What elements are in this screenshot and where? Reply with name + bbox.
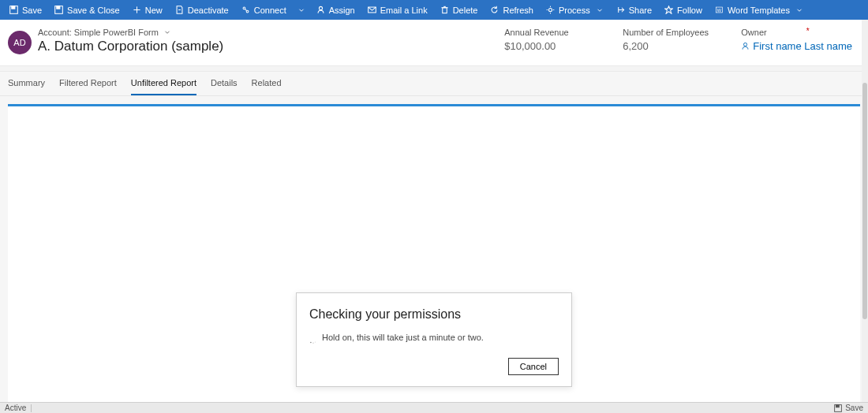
form-tabs: Summary Filtered Report Unfiltered Repor… xyxy=(0,72,868,96)
process-button[interactable]: Process xyxy=(540,0,610,20)
svg-rect-29 xyxy=(836,404,840,407)
svg-point-10 xyxy=(319,6,322,9)
connect-split-button[interactable] xyxy=(293,0,310,20)
avatar: AD xyxy=(8,31,32,54)
cancel-button[interactable]: Cancel xyxy=(508,358,559,375)
svg-point-25 xyxy=(310,342,312,344)
save-button[interactable]: Save xyxy=(3,0,48,20)
new-button[interactable]: New xyxy=(126,0,169,20)
svg-text:W: W xyxy=(717,8,722,13)
tab-related[interactable]: Related xyxy=(252,78,282,95)
form-selector[interactable]: Account: Simple PowerBI Form xyxy=(38,28,223,37)
svg-line-9 xyxy=(245,9,246,10)
header-field-annual-revenue: Annual Revenue $10,000.00 xyxy=(496,28,615,54)
refresh-label: Refresh xyxy=(503,6,533,15)
svg-point-8 xyxy=(246,10,249,13)
form-body: Checking your permissions Hold on, this … xyxy=(0,96,868,403)
status-bar: Active Save xyxy=(0,402,868,413)
svg-point-7 xyxy=(243,7,245,9)
vertical-scrollbar[interactable] xyxy=(862,20,868,402)
svg-rect-12 xyxy=(442,8,447,13)
status-divider xyxy=(31,404,32,412)
delete-button[interactable]: Delete xyxy=(434,0,485,20)
num-employees-label: Number of Employees xyxy=(623,28,725,37)
share-label: Share xyxy=(629,6,652,15)
owner-link[interactable]: First name Last name xyxy=(741,40,852,52)
word-templates-button[interactable]: W Word Templates xyxy=(709,0,810,20)
annual-revenue-label: Annual Revenue xyxy=(504,28,607,37)
share-button[interactable]: Share xyxy=(610,0,658,20)
num-employees-value: 6,200 xyxy=(623,40,725,52)
footer-save-label: Save xyxy=(845,404,863,412)
new-label: New xyxy=(145,6,163,15)
svg-rect-3 xyxy=(57,6,60,9)
save-icon xyxy=(834,404,842,412)
person-icon xyxy=(741,42,750,50)
form-selector-label: Account: Simple PowerBI Form xyxy=(38,28,159,37)
annual-revenue-value: $10,000.00 xyxy=(504,40,607,52)
connect-button[interactable]: Connect xyxy=(235,0,293,20)
record-header: AD Account: Simple PowerBI Form A. Datum… xyxy=(0,20,868,65)
follow-button[interactable]: Follow xyxy=(658,0,709,20)
deactivate-button[interactable]: Deactivate xyxy=(169,0,235,20)
tab-summary[interactable]: Summary xyxy=(8,78,45,95)
email-link-label: Email a Link xyxy=(380,6,428,15)
svg-point-27 xyxy=(315,341,316,342)
save-and-close-button[interactable]: Save & Close xyxy=(48,0,126,20)
owner-label: Owner xyxy=(741,28,852,37)
report-stage: Checking your permissions Hold on, this … xyxy=(8,104,860,403)
connect-label: Connect xyxy=(254,6,286,15)
command-ribbon: Save Save & Close New Deactivate Connect… xyxy=(0,0,868,20)
permissions-dialog: Checking your permissions Hold on, this … xyxy=(296,292,572,387)
follow-label: Follow xyxy=(677,6,702,15)
tab-details[interactable]: Details xyxy=(211,78,238,95)
footer-save-button[interactable]: Save xyxy=(834,404,863,412)
dialog-title: Checking your permissions xyxy=(309,307,559,322)
svg-rect-1 xyxy=(12,6,15,9)
process-label: Process xyxy=(559,6,590,15)
email-link-button[interactable]: Email a Link xyxy=(361,0,434,20)
scrollbar-thumb[interactable] xyxy=(862,83,867,319)
delete-label: Delete xyxy=(453,6,478,15)
refresh-button[interactable]: Refresh xyxy=(484,0,540,20)
svg-point-24 xyxy=(744,43,747,46)
tab-unfiltered-report[interactable]: Unfiltered Report xyxy=(131,78,196,95)
tab-filtered-report[interactable]: Filtered Report xyxy=(59,78,117,95)
save-label: Save xyxy=(22,6,42,15)
svg-point-15 xyxy=(548,8,552,11)
header-field-owner: Owner First name Last name xyxy=(733,28,860,54)
dialog-message: Hold on, this will take just a minute or… xyxy=(322,333,484,342)
save-close-label: Save & Close xyxy=(67,6,120,15)
svg-point-26 xyxy=(312,343,313,344)
svg-marker-21 xyxy=(665,6,673,14)
header-gap xyxy=(0,65,868,72)
word-templates-label: Word Templates xyxy=(728,6,790,15)
deactivate-label: Deactivate xyxy=(188,6,229,15)
record-title: A. Datum Corporation (sample) xyxy=(38,39,223,54)
assign-label: Assign xyxy=(329,6,355,15)
owner-value: First name Last name xyxy=(753,40,852,52)
header-field-num-employees: Number of Employees 6,200 xyxy=(615,28,733,54)
assign-button[interactable]: Assign xyxy=(310,0,361,20)
status-text: Active xyxy=(5,404,26,412)
spinner-icon xyxy=(309,333,317,341)
chevron-down-icon xyxy=(163,28,171,36)
